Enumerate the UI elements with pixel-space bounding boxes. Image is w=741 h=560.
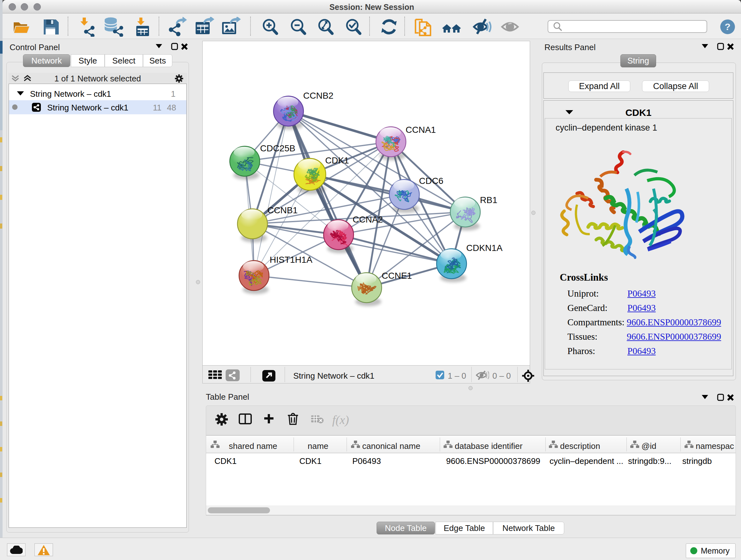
svg-text:CDKN1A: CDKN1A <box>466 243 502 253</box>
svg-text:HIST1H1A: HIST1H1A <box>270 255 313 265</box>
svg-text:CCNA1: CCNA1 <box>406 125 436 135</box>
svg-text:CCNE1: CCNE1 <box>382 271 412 281</box>
svg-text:CDC25B: CDC25B <box>260 143 295 153</box>
svg-text:CDC6: CDC6 <box>419 176 443 186</box>
svg-text:?: ? <box>725 21 731 32</box>
svg-text:CCNA2: CCNA2 <box>353 214 383 225</box>
svg-text:CDK1: CDK1 <box>325 155 349 165</box>
svg-text:RB1: RB1 <box>480 195 497 205</box>
svg-text:CCNB2: CCNB2 <box>303 91 333 101</box>
svg-text:CCNB1: CCNB1 <box>267 205 298 215</box>
